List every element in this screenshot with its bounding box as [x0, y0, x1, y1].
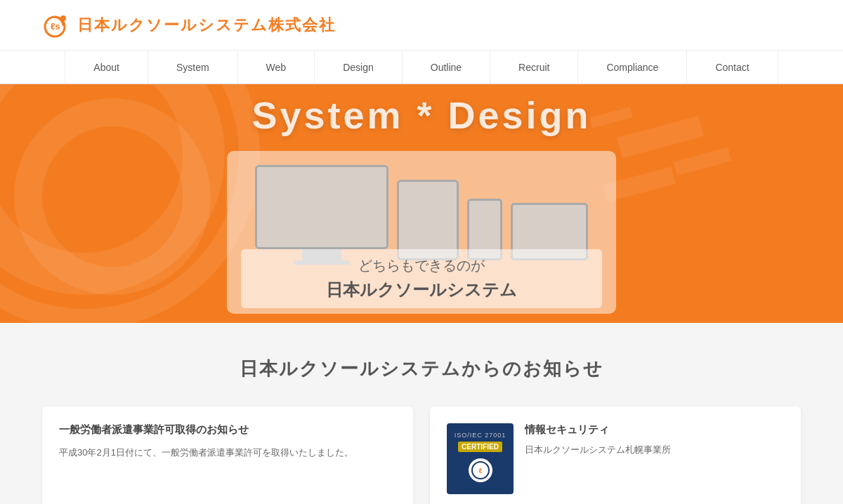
news-card-2: ISO/IEC 27001 CERTIFIED ℓ 情報セキュリティ 日本ルクソ… [430, 406, 801, 504]
main-nav: About System Web Design Outline Recruit … [0, 51, 843, 84]
hero-section: System * Design どちらもできるのが 日本ルクソー [0, 84, 843, 323]
device-tablet [397, 180, 459, 260]
site-header: ℓs 日本ルクソールシステム株式会社 [0, 0, 843, 51]
logo-text: 日本ルクソールシステム株式会社 [77, 15, 336, 36]
news-card-1-text: 平成30年2月1日付にて、一般労働者派遣事業許可を取得いたしました。 [59, 445, 396, 460]
logo-icon: ℓs [42, 11, 70, 39]
nav-item-web[interactable]: Web [238, 51, 315, 84]
news-card-1-title: 一般労働者派遣事業許可取得のお知らせ [59, 423, 396, 437]
nav-item-recruit[interactable]: Recruit [490, 51, 578, 84]
hero-subtitle-line2: 日本ルクソールシステム [261, 279, 582, 301]
news-cards: 一般労働者派遣事業許可取得のお知らせ 平成30年2月1日付にて、一般労働者派遣事… [42, 406, 801, 504]
nav-item-system[interactable]: System [148, 51, 238, 84]
iso-card-text: 日本ルクソールシステム札幌事業所 [525, 442, 671, 458]
hero-subtitle-card: どちらもできるのが 日本ルクソールシステム [241, 249, 602, 308]
iso-card-title: 情報セキュリティ [525, 423, 671, 437]
nav-item-compliance[interactable]: Compliance [578, 51, 687, 84]
hero-title: System * Design [251, 93, 591, 137]
nav-item-design[interactable]: Design [315, 51, 403, 84]
svg-point-1 [60, 15, 66, 21]
iso-org-logo: ℓ [471, 460, 490, 480]
iso-text-area: 情報セキュリティ 日本ルクソールシステム札幌事業所 [525, 423, 671, 458]
svg-text:ℓ: ℓ [478, 467, 482, 475]
hero-content: System * Design どちらもできるのが 日本ルクソー [227, 93, 616, 314]
iso-badge: ISO/IEC 27001 CERTIFIED ℓ [447, 423, 514, 494]
nav-item-outline[interactable]: Outline [403, 51, 490, 84]
news-section: 日本ルクソールシステムからのお知らせ 一般労働者派遣事業許可取得のお知らせ 平成… [0, 323, 843, 504]
svg-text:ℓs: ℓs [51, 21, 60, 32]
nav-item-contact[interactable]: Contact [687, 51, 778, 84]
news-card-1: 一般労働者派遣事業許可取得のお知らせ 平成30年2月1日付にて、一般労働者派遣事… [42, 406, 413, 504]
logo-area[interactable]: ℓs 日本ルクソールシステム株式会社 [42, 11, 336, 39]
nav-item-about[interactable]: About [65, 51, 148, 84]
news-heading: 日本ルクソールシステムからのお知らせ [42, 357, 801, 381]
hero-subtitle-line1: どちらもできるのが [261, 256, 582, 275]
